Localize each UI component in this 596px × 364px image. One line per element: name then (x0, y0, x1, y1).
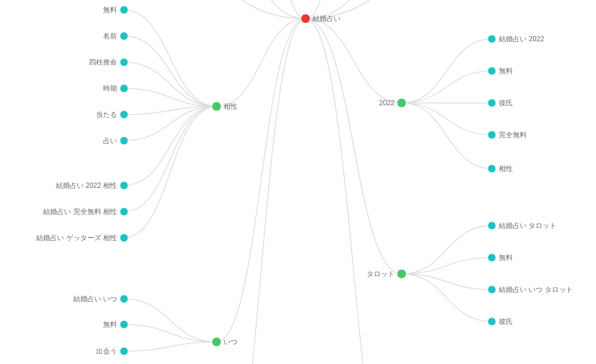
leaf-node-itsu-muryo[interactable] (120, 320, 128, 329)
edge-root-extra-7 (306, 0, 495, 19)
edge-y2022-y2022-aisho (402, 103, 492, 169)
nodes-layer (120, 6, 496, 355)
edge-itsu-itsu-muryo (124, 324, 217, 342)
leaf-node-aisho-muryo[interactable] (120, 6, 128, 14)
edge-aisho-aisho-getters (124, 106, 217, 238)
edge-itsu-itsu-deau (124, 342, 217, 351)
hub-node-aisho[interactable] (212, 102, 221, 111)
edge-y2022-y2022-kanzen (402, 103, 492, 135)
leaf-node-y2022-muryo[interactable] (488, 67, 496, 75)
leaf-node-tarot-kekkon[interactable] (488, 222, 496, 230)
edge-root-extra-6 (306, 0, 437, 19)
edge-aisho-aisho-muryo (124, 10, 217, 106)
leaf-node-aisho-shichuu[interactable] (120, 58, 128, 66)
leaf-node-aisho-getters[interactable] (120, 234, 128, 242)
leaf-node-tarot-kareshi[interactable] (488, 317, 496, 326)
edge-root-extra-4 (262, 0, 306, 19)
edges-layer (116, 0, 495, 364)
leaf-node-itsu-deau[interactable] (120, 347, 128, 355)
leaf-node-aisho-uranai[interactable] (120, 137, 128, 145)
leaf-node-tarot-itsu[interactable] (488, 286, 496, 294)
edge-aisho-aisho-namae (124, 36, 217, 106)
edge-tarot-tarot-muryo (402, 258, 492, 274)
leaf-node-aisho-jiki[interactable] (120, 84, 128, 92)
edge-y2022-y2022-kekkon (402, 39, 492, 103)
edge-root-itsu (217, 19, 306, 342)
edge-root-extra-2 (116, 0, 306, 19)
edge-root-extra-5 (306, 0, 349, 19)
edge-aisho-aisho-shichuu (124, 62, 217, 106)
leaf-node-itsu-kekkon[interactable] (120, 295, 128, 303)
root-node[interactable] (301, 14, 310, 23)
edge-root-extra-3 (204, 0, 306, 19)
mindmap-canvas[interactable] (0, 0, 596, 364)
edge-aisho-aisho-kanzen (124, 106, 217, 212)
edge-itsu-itsu-kekkon (124, 299, 217, 342)
leaf-node-aisho-kanzen[interactable] (120, 208, 128, 216)
leaf-node-y2022-kareshi[interactable] (488, 99, 496, 107)
edge-tarot-tarot-kareshi (402, 274, 492, 322)
hub-node-itsu[interactable] (212, 337, 221, 347)
leaf-node-tarot-muryo[interactable] (488, 254, 496, 262)
hub-node-tarot[interactable] (397, 269, 406, 279)
leaf-node-aisho-namae[interactable] (120, 32, 128, 40)
leaf-node-aisho-ataru[interactable] (120, 110, 128, 119)
leaf-node-y2022-aisho[interactable] (488, 165, 496, 173)
edge-root-tarot (306, 19, 402, 274)
leaf-node-aisho-2022[interactable] (120, 181, 128, 190)
edge-tarot-tarot-kekkon (402, 226, 492, 274)
edge-root-extra-1 (217, 19, 306, 364)
edge-root-aisho (217, 19, 306, 106)
hub-node-y2022[interactable] (397, 98, 406, 108)
edge-root-y2022 (306, 19, 402, 103)
edge-aisho-aisho-2022 (124, 106, 217, 185)
leaf-node-y2022-kekkon[interactable] (488, 35, 496, 43)
edge-tarot-tarot-itsu (402, 274, 492, 290)
leaf-node-y2022-kanzen[interactable] (488, 131, 496, 139)
edge-y2022-y2022-muryo (402, 71, 492, 103)
edge-root-extra-0 (306, 19, 402, 364)
